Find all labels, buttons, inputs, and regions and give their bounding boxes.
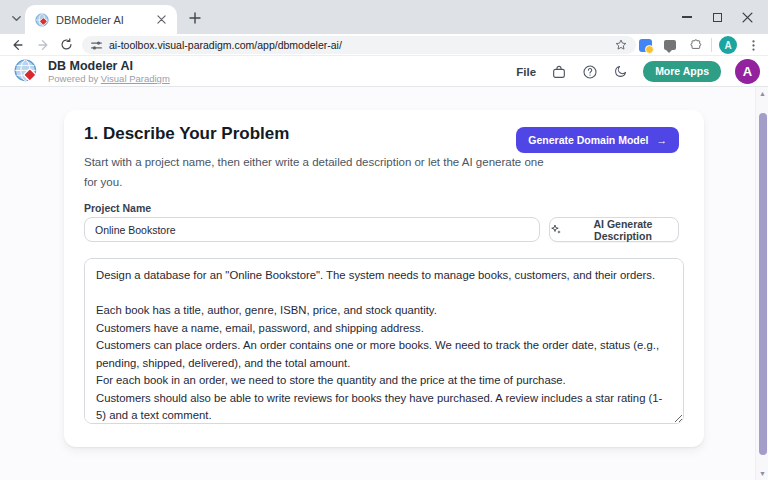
visual-paradigm-link[interactable]: Visual Paradigm: [101, 73, 170, 84]
app-header-actions: File More Apps A: [516, 56, 760, 87]
bookmark-star-icon[interactable]: [614, 38, 628, 52]
app-header: DB Modeler AI Powered by Visual Paradigm…: [0, 56, 768, 87]
generate-domain-model-button[interactable]: Generate Domain Model →: [516, 127, 679, 153]
browser-titlebar: DBModeler AI: [0, 0, 768, 34]
tab-favicon: [35, 13, 49, 27]
project-name-input[interactable]: [84, 217, 540, 242]
extensions-puzzle-icon[interactable]: [686, 36, 704, 54]
section-title: 1. Describe Your Problem: [84, 124, 289, 144]
scrollbar-thumb[interactable]: [759, 113, 767, 455]
address-bar[interactable]: ai-toolbox.visual-paradigm.com/app/dbmod…: [82, 36, 636, 54]
file-menu[interactable]: File: [516, 66, 536, 78]
scrollbar-down-arrow[interactable]: ▼: [756, 467, 768, 480]
refresh-button[interactable]: [54, 35, 78, 55]
window-close-button[interactable]: [732, 2, 762, 32]
project-name-label: Project Name: [84, 202, 151, 214]
window-minimize-button[interactable]: [672, 2, 702, 32]
tab-title: DBModeler AI: [56, 14, 153, 26]
browser-menu-kebab-icon[interactable]: [744, 36, 762, 54]
browser-tab[interactable]: DBModeler AI: [25, 5, 177, 34]
toolbar-extensions: A: [636, 34, 762, 56]
brand-block: DB Modeler AI Powered by Visual Paradigm: [48, 59, 170, 84]
dark-mode-moon-icon[interactable]: [612, 63, 629, 80]
browser-window: DBModeler AI: [0, 0, 768, 480]
ai-generate-label: AI Generate Description: [568, 218, 678, 242]
generate-button-label: Generate Domain Model: [528, 134, 648, 146]
window-maximize-button[interactable]: [702, 2, 732, 32]
app-logo: [14, 59, 40, 85]
tab-search-chevron-icon[interactable]: [6, 8, 26, 28]
back-button[interactable]: [6, 35, 30, 55]
section-description: Start with a project name, then either w…: [84, 152, 546, 192]
describe-problem-card: 1. Describe Your Problem Start with a pr…: [64, 110, 704, 447]
browser-toolbar: ai-toolbox.visual-paradigm.com/app/dbmod…: [0, 34, 768, 56]
forward-button[interactable]: [30, 35, 54, 55]
problem-description-textarea[interactable]: [84, 258, 684, 424]
page-content: 1. Describe Your Problem Start with a pr…: [0, 87, 768, 480]
user-avatar[interactable]: A: [735, 59, 760, 84]
comment-extension-icon[interactable]: [661, 36, 679, 54]
sparkles-icon: [550, 223, 562, 236]
new-tab-button[interactable]: [186, 9, 204, 27]
ai-generate-description-button[interactable]: AI Generate Description: [549, 217, 679, 242]
powered-by-prefix: Powered by: [48, 73, 101, 84]
window-controls: [672, 0, 762, 34]
arrow-right-icon: →: [657, 134, 668, 146]
page-scrollbar[interactable]: ▲ ▼: [755, 87, 768, 480]
url-text[interactable]: ai-toolbox.visual-paradigm.com/app/dbmod…: [109, 39, 614, 51]
more-apps-button[interactable]: More Apps: [643, 61, 721, 82]
app-title: DB Modeler AI: [48, 59, 170, 73]
site-settings-icon[interactable]: [90, 39, 103, 52]
powered-by: Powered by Visual Paradigm: [48, 73, 170, 84]
docs-extension-icon[interactable]: [636, 36, 654, 54]
toolbar-divider: [711, 38, 712, 52]
scrollbar-up-arrow[interactable]: ▲: [756, 87, 768, 100]
browser-profile-avatar[interactable]: A: [719, 36, 737, 54]
workspace-bag-icon[interactable]: [550, 63, 567, 80]
help-icon[interactable]: [581, 63, 598, 80]
tab-close-icon[interactable]: [153, 12, 169, 28]
